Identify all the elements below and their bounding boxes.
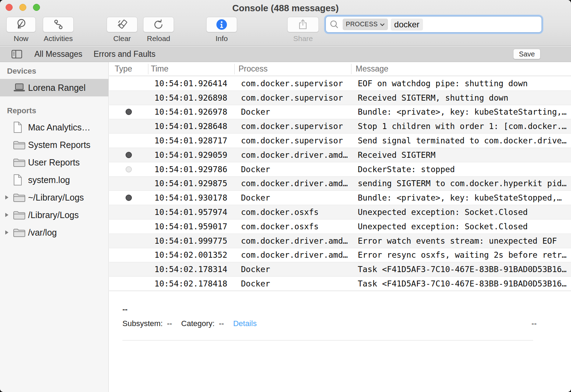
log-row[interactable]: 10:54:01.959017 com.docker.osxfs Unexpec…	[109, 219, 571, 234]
category-value: --	[219, 319, 224, 328]
cell-message: DockerState: stopped	[351, 165, 571, 174]
cell-process: com.docker.driver.amd…	[234, 250, 351, 259]
cell-time: 10:54:01.957974	[148, 208, 234, 217]
sidebar-toggle-button[interactable]	[11, 49, 23, 59]
cell-process: Docker	[234, 165, 351, 174]
sidebar-item-label: Lorena Rangel	[28, 83, 86, 93]
scope-errors-and-faults[interactable]: Errors and Faults	[94, 49, 155, 59]
sidebar-item[interactable]: User Reports	[0, 154, 108, 171]
cell-process: com.docker.supervisor	[234, 122, 351, 131]
cell-time: 10:54:01.929875	[148, 179, 234, 188]
log-row[interactable]: 10:54:01.999775 com.docker.driver.amd… E…	[109, 234, 571, 248]
cell-process: Docker	[234, 279, 351, 288]
disclosure-triangle-icon[interactable]	[4, 195, 13, 200]
search-field[interactable]: PROCESS docker	[325, 16, 542, 33]
info-button[interactable]	[206, 17, 237, 32]
subsystem-label: Subsystem:	[122, 319, 163, 328]
column-header-type[interactable]: Type	[115, 64, 132, 74]
activities-button-label: Activities	[43, 34, 74, 43]
log-row[interactable]: 10:54:01.957974 com.docker.osxfs Unexpec…	[109, 205, 571, 219]
column-header-time[interactable]: Time	[151, 64, 168, 74]
sidebar-item[interactable]: /var/log	[0, 224, 108, 241]
sidebar-item[interactable]: ~/Library/Logs	[0, 189, 108, 206]
sidebar-item-label: Mac Analytics…	[28, 122, 90, 133]
search-query-text[interactable]: docker	[391, 19, 423, 31]
eraser-clear-icon	[116, 18, 128, 31]
column-divider	[351, 64, 351, 74]
log-row[interactable]: 10:54:01.929059 com.docker.driver.amd… R…	[109, 148, 571, 162]
reload-button[interactable]	[143, 17, 174, 32]
console-window: Console (488 messages) Now	[0, 0, 571, 392]
reload-button-label: Reload	[143, 34, 174, 43]
sidebar-section: Devices	[0, 67, 108, 96]
column-header-message[interactable]: Message	[356, 64, 388, 74]
sidebar-item[interactable]: System Reports	[0, 136, 108, 154]
cell-process: com.docker.osxfs	[234, 222, 351, 231]
cell-message: sending SIGTERM to com.docker.hyperkit p…	[351, 179, 571, 188]
sidebar-item-label: ~/Library/Logs	[28, 192, 84, 203]
sidebar-section-items: Lorena Rangel	[0, 79, 108, 96]
cell-type	[109, 152, 148, 158]
cell-message: Received SIGTERM, shutting down	[351, 93, 571, 102]
sidebar-item-label: /Library/Logs	[28, 210, 79, 220]
log-row[interactable]: 10:54:01.926898 com.docker.supervisor Re…	[109, 91, 571, 105]
sidebar-item-label: System Reports	[28, 140, 90, 150]
cell-type	[109, 195, 148, 201]
log-row[interactable]: 10:54:01.926978 Docker Bundle: <private>…	[109, 105, 571, 120]
document-icon	[13, 174, 22, 186]
activities-button[interactable]	[43, 17, 74, 32]
sidebar-item[interactable]: /Library/Logs	[0, 206, 108, 224]
log-row[interactable]: 10:54:01.928717 com.docker.supervisor Se…	[109, 134, 571, 148]
sidebar-item[interactable]: system.log	[0, 171, 108, 189]
cell-time: 10:54:01.926414	[148, 79, 234, 88]
sidebar-item[interactable]: Lorena Rangel	[0, 79, 108, 96]
column-divider	[148, 64, 148, 74]
info-icon	[216, 19, 227, 30]
share-button[interactable]	[287, 17, 319, 32]
sidebar-item[interactable]: Mac Analytics…	[0, 119, 108, 136]
cell-time: 10:54:01.959017	[148, 222, 234, 231]
document-icon	[13, 121, 22, 133]
category-label: Category:	[181, 319, 215, 328]
scope-all-messages[interactable]: All Messages	[34, 49, 82, 59]
cell-type	[109, 109, 148, 115]
cell-time: 10:54:01.929786	[148, 165, 234, 174]
log-row[interactable]: 10:54:02.178418 Docker Task <F41D5AF3-7C…	[109, 277, 571, 291]
type-dot	[126, 109, 132, 115]
log-row[interactable]: 10:54:01.929875 com.docker.driver.amd… s…	[109, 177, 571, 191]
cell-time: 10:54:01.999775	[148, 236, 234, 245]
cell-process: Docker	[234, 107, 351, 116]
search-filter-token[interactable]: PROCESS	[343, 19, 388, 30]
cell-message: Stop 1 children with order 1: [com.docke…	[351, 122, 571, 131]
cell-message: Task <F41D5AF3-7C10-467E-83BB-91BAD0D53B…	[351, 265, 571, 274]
disclosure-triangle-icon[interactable]	[4, 212, 13, 218]
share-button-label: Share	[287, 34, 319, 43]
column-header-process[interactable]: Process	[239, 64, 268, 74]
toolbar: Console (488 messages) Now	[0, 0, 571, 46]
folder-icon	[13, 227, 26, 238]
log-row[interactable]: 10:54:02.178314 Docker Task <F41D5AF3-7C…	[109, 262, 571, 277]
cell-message: Received SIGTERM	[351, 150, 571, 160]
sidebar-section-title: Devices	[7, 67, 108, 75]
log-row[interactable]: 10:54:01.930178 Docker Bundle: <private>…	[109, 191, 571, 205]
chevron-down-icon	[380, 23, 385, 26]
details-link[interactable]: Details	[233, 319, 257, 328]
log-row[interactable]: 10:54:01.926414 com.docker.supervisor EO…	[109, 76, 571, 91]
save-search-button[interactable]: Save	[513, 49, 540, 59]
disclosure-triangle-icon[interactable]	[4, 230, 13, 235]
folder-icon	[13, 192, 26, 203]
cell-message: Send signal terminated to com.docker.dri…	[351, 136, 571, 145]
log-row[interactable]: 10:54:01.929786 Docker DockerState: stop…	[109, 162, 571, 177]
log-row[interactable]: 10:54:01.928648 com.docker.supervisor St…	[109, 119, 571, 134]
activities-path-icon	[52, 18, 65, 31]
cell-time: 10:54:01.926898	[148, 93, 234, 102]
now-button[interactable]	[6, 17, 36, 32]
share-icon	[297, 18, 309, 31]
cell-process: Docker	[234, 265, 351, 274]
log-row[interactable]: 10:54:02.001352 com.docker.driver.amd… E…	[109, 248, 571, 263]
clear-button[interactable]	[107, 17, 137, 32]
cell-time: 10:54:02.001352	[148, 250, 234, 259]
cell-time: 10:54:02.178418	[148, 279, 234, 288]
type-dot	[126, 152, 132, 158]
cell-message: Task <F41D5AF3-7C10-467E-83BB-91BAD0D53B…	[351, 279, 571, 288]
